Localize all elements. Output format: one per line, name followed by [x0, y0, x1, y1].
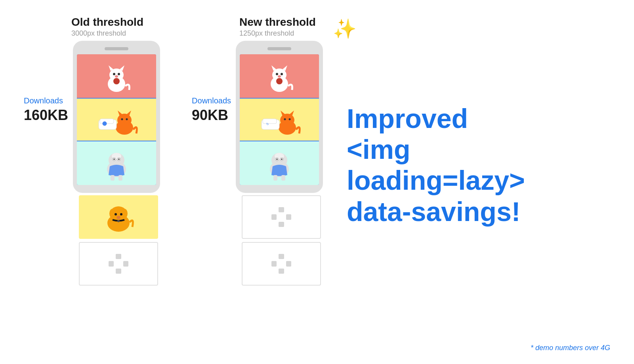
hero-line3: data-savings! [347, 196, 520, 227]
svg-point-30 [121, 209, 128, 218]
hero-text: Improved <img loading=lazy> data-savings… [347, 103, 561, 227]
new-spinner-icon-1 [271, 207, 291, 227]
svg-point-39 [276, 73, 278, 75]
svg-rect-60 [281, 175, 285, 181]
new-downloads-label: Downloads [192, 96, 231, 105]
old-img-cyan [77, 141, 156, 185]
svg-text:↻: ↻ [103, 122, 106, 126]
cat-white-icon [101, 58, 132, 94]
svg-rect-15 [100, 119, 114, 124]
new-img-pink [240, 54, 319, 98]
svg-point-23 [113, 158, 115, 160]
main-container: Old threshold 3000px threshold Downloads… [0, 0, 634, 364]
svg-point-40 [281, 73, 283, 75]
svg-point-34 [117, 220, 120, 222]
svg-point-32 [120, 213, 122, 215]
svg-point-24 [118, 158, 120, 160]
svg-point-41 [278, 75, 281, 78]
hero-section: Improved <img loading=lazy> data-savings… [323, 16, 561, 227]
robot-dog-icon-2 [262, 143, 297, 183]
old-threshold-column: Old threshold 3000px threshold Downloads… [24, 16, 160, 286]
new-phone: ↻ [236, 41, 323, 193]
old-phone-notch [105, 47, 128, 50]
old-phone-area: ↻ [73, 41, 160, 286]
svg-point-57 [276, 158, 278, 160]
new-img-cyan [240, 141, 319, 185]
old-phone-col: Downloads 160KB [24, 41, 160, 286]
sparkle-icon: ✨ [333, 18, 357, 40]
new-spinner-icon-2 [271, 254, 291, 274]
new-threshold-subtitle: 1250px threshold [239, 29, 323, 38]
new-phone-col: Downloads 90KB [192, 41, 323, 286]
orange-cat-icon: ↻ [93, 102, 140, 137]
old-phone: ↻ [73, 41, 160, 193]
old-spinner-tile [79, 242, 158, 286]
svg-point-31 [115, 213, 117, 215]
svg-point-44 [280, 114, 294, 126]
old-threshold-header: Old threshold 3000px threshold [24, 16, 160, 38]
svg-point-4 [113, 73, 115, 75]
new-download-info: Downloads 90KB [192, 41, 231, 124]
demo-note: * demo numbers over 4G [531, 344, 610, 352]
yellow-dog-icon [101, 199, 136, 235]
svg-point-12 [121, 118, 123, 120]
old-spinner-icon [109, 254, 128, 274]
old-phone-screen: ↻ [77, 54, 156, 185]
new-threshold-column: New threshold 1250px threshold Downloads… [192, 16, 323, 286]
old-downloads-label: Downloads [24, 96, 63, 105]
old-dog-tile [79, 195, 158, 239]
svg-point-5 [118, 73, 120, 75]
cat-white-icon-2 [264, 58, 295, 94]
svg-point-29 [109, 209, 116, 218]
svg-point-13 [126, 118, 128, 120]
new-phone-screen: ↻ [240, 54, 319, 185]
old-downloads-size: 160KB [24, 107, 68, 124]
svg-rect-50 [263, 119, 277, 124]
svg-point-33 [116, 216, 120, 219]
old-download-info: Downloads 160KB [24, 41, 68, 124]
orange-cat-icon-2: ↻ [256, 102, 303, 137]
hero-line2: <img loading=lazy> [347, 134, 525, 195]
new-spinner-tile-1 [242, 195, 321, 239]
old-threshold-title: Old threshold [71, 16, 160, 29]
old-outside-images [75, 195, 158, 286]
new-threshold-header: New threshold 1250px threshold [192, 16, 323, 38]
new-downloads-size: 90KB [192, 107, 228, 124]
svg-point-48 [289, 118, 291, 120]
new-outside-images [238, 195, 321, 286]
new-phone-area: ↻ [236, 41, 323, 286]
svg-rect-59 [273, 175, 277, 181]
svg-point-6 [115, 75, 118, 78]
svg-point-47 [284, 118, 286, 120]
hero-line1: Improved [347, 103, 468, 133]
svg-point-58 [281, 158, 283, 160]
svg-rect-25 [111, 175, 115, 181]
new-img-yellow: ↻ [240, 98, 319, 141]
old-img-yellow: ↻ [77, 98, 156, 141]
svg-point-42 [276, 78, 283, 84]
svg-text:↻: ↻ [266, 122, 269, 126]
old-img-pink [77, 54, 156, 98]
robot-dog-icon [99, 143, 134, 183]
old-threshold-subtitle: 3000px threshold [71, 29, 160, 38]
svg-point-9 [117, 114, 132, 126]
svg-point-7 [113, 78, 120, 84]
new-phone-notch [267, 47, 291, 50]
new-threshold-title: New threshold [239, 16, 323, 29]
svg-rect-26 [118, 175, 122, 181]
new-spinner-tile-2 [242, 242, 321, 286]
